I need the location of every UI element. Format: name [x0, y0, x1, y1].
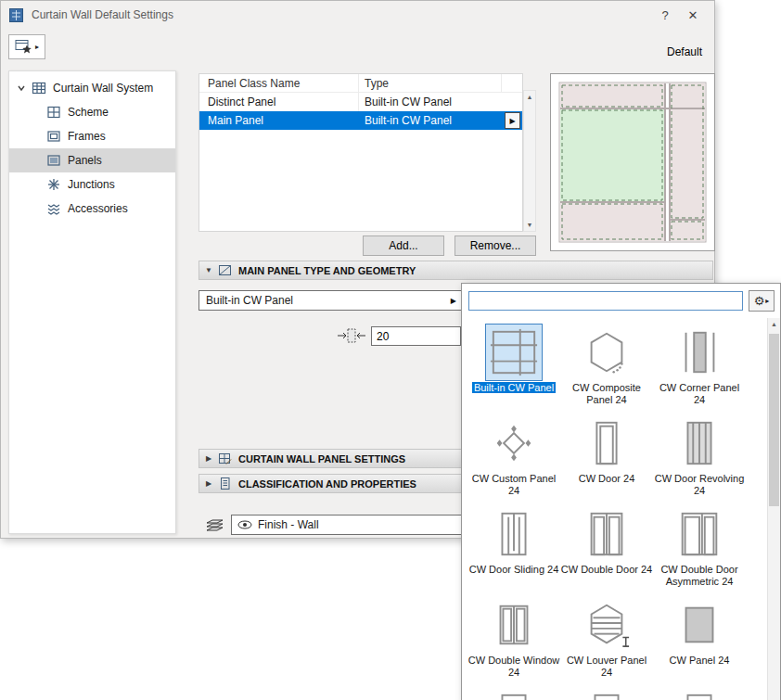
layer-value: Finish - Wall	[258, 518, 319, 531]
panel-type-item[interactable]: CW Double Window 24	[467, 593, 560, 684]
add-button[interactable]: Add...	[363, 235, 444, 256]
tree-item-label: Curtain Wall System	[53, 82, 153, 95]
panel-type-item-label: CW Corner Panel 24	[653, 382, 746, 406]
panel-type-item[interactable]: CW Panel 24	[653, 593, 746, 684]
panel-type-item-label: CW Double Door Asymmetric 24	[653, 564, 746, 588]
cell-panel-type: Built-in CW Panel	[359, 95, 522, 108]
panel-type-item-label: CW Composite Panel 24	[560, 382, 653, 406]
section-curtain-wall-panel-settings[interactable]: ▶ CURTAIN WALL PANEL SETTINGS	[198, 449, 462, 468]
layer-selector[interactable]: Finish - Wall	[231, 515, 463, 535]
help-button[interactable]: ?	[651, 8, 679, 22]
panel-type-item[interactable]: Built-in CW Panel	[467, 321, 560, 412]
panel-type-item-label: CW Panel 24	[653, 655, 746, 667]
panel-type-grid: Built-in CW PanelCW Composite Panel 24CW…	[467, 321, 746, 700]
tree-item-junctions[interactable]: Junctions	[9, 172, 175, 197]
dropdown-arrow-icon: ▸	[35, 43, 39, 51]
panel-type-item-label: CW Door Sliding 24	[467, 564, 560, 576]
section-main-panel-type-and-geometry[interactable]: ▼ MAIN PANEL TYPE AND GEOMETRY	[198, 261, 713, 280]
table-row-main-panel[interactable]: Main Panel Built-in CW Panel ▶	[199, 111, 522, 130]
junctions-icon	[46, 177, 61, 192]
screen: Curtain Wall Default Settings ? ✕ ▸ Defa…	[0, 0, 781, 700]
chevron-down-icon[interactable]	[17, 83, 26, 93]
layers-icon	[203, 516, 225, 533]
panel-type-item[interactable]: CW Double Door 24	[560, 503, 653, 593]
custom-panel-icon	[485, 414, 543, 472]
tree-item-panels[interactable]: Panels	[9, 148, 175, 172]
search-input[interactable]	[468, 291, 743, 311]
panel-type-item-label: CW Louver Panel 24	[560, 655, 653, 679]
tree-item-accessories[interactable]: Accessories	[9, 197, 175, 221]
corner-panel-icon	[671, 324, 728, 381]
panels-icon	[46, 153, 61, 168]
frames-icon	[46, 129, 61, 144]
door-icon	[578, 414, 635, 472]
tree-item-label: Frames	[68, 130, 106, 143]
favorites-star-icon	[15, 39, 33, 55]
section-title: CLASSIFICATION AND PROPERTIES	[238, 478, 416, 490]
scroll-up-icon[interactable]: ▲	[524, 91, 535, 103]
cell-panel-class-name: Main Panel	[199, 114, 359, 127]
favorites-button[interactable]: ▸	[8, 34, 45, 59]
panel-type-dropdown[interactable]: Built-in CW Panel ▶	[198, 290, 462, 311]
panel-type-flyout-button[interactable]: ▶	[505, 112, 520, 129]
scrollbar-thumb[interactable]	[769, 334, 779, 506]
tree-item-curtain-wall-system[interactable]: Curtain Wall System	[9, 76, 175, 100]
eye-icon	[237, 520, 252, 529]
panel-type-item[interactable]: CW Composite Panel 24	[560, 321, 653, 412]
panel-type-item-label: CW Double Door 24	[560, 564, 653, 576]
panel-type-item[interactable]	[467, 684, 560, 700]
panel-type-item[interactable]	[560, 684, 653, 700]
settings-button[interactable]: ⚙ ▸	[749, 290, 775, 312]
popup-scrollbar[interactable]: ▲	[767, 318, 780, 700]
double-door-icon	[578, 505, 635, 563]
panel-outline-icon	[578, 687, 635, 700]
scroll-down-icon[interactable]: ▼	[524, 219, 535, 231]
panel-type-item[interactable]: CW Corner Panel 24	[653, 321, 746, 412]
gear-icon: ⚙	[754, 295, 765, 307]
close-button[interactable]: ✕	[679, 8, 707, 22]
preview-pane[interactable]	[550, 73, 715, 251]
column-header-panel-class-name: Panel Class Name	[199, 74, 359, 92]
section-title: MAIN PANEL TYPE AND GEOMETRY	[238, 265, 416, 276]
tree-item-label: Panels	[68, 154, 102, 167]
scroll-up-icon[interactable]: ▲	[768, 318, 780, 330]
default-favorite-label: Default	[667, 45, 702, 58]
panel-type-item-label: CW Double Window 24	[467, 655, 560, 679]
panel-type-item[interactable]	[653, 684, 746, 700]
remove-button[interactable]: Remove...	[455, 235, 536, 256]
table-row-distinct-panel[interactable]: Distinct Panel Built-in CW Panel	[199, 93, 522, 111]
tree-item-frames[interactable]: Frames	[9, 124, 175, 148]
panel-type-item[interactable]: CW Door Sliding 24	[467, 503, 560, 593]
tree-item-label: Scheme	[68, 106, 109, 119]
panel-type-item[interactable]: CW Louver Panel 24	[560, 593, 653, 684]
scheme-icon	[46, 105, 61, 120]
panel-type-item-label: CW Door Revolving 24	[653, 473, 746, 497]
curtain-wall-system-icon	[32, 81, 46, 95]
panel-type-item-label: CW Door 24	[560, 473, 653, 485]
panel-type-dropdown-value: Built-in CW Panel	[206, 294, 293, 307]
dialog-titlebar[interactable]: Curtain Wall Default Settings ? ✕	[1, 1, 714, 29]
table-scrollbar[interactable]: ▲ ▼	[523, 90, 536, 232]
classification-document-icon	[218, 477, 232, 490]
panel-icon	[671, 596, 728, 654]
double-window-icon	[485, 596, 543, 654]
triangle-down-icon: ▼	[199, 266, 218, 274]
panel-type-item[interactable]: CW Double Door Asymmetric 24	[653, 503, 746, 593]
panel-type-item[interactable]: CW Door Revolving 24	[653, 412, 746, 503]
section-classification-and-properties[interactable]: ▶ CLASSIFICATION AND PROPERTIES	[198, 474, 462, 493]
panel-type-item[interactable]: CW Door 24	[560, 412, 653, 503]
panel-type-item[interactable]: CW Custom Panel 24	[467, 412, 560, 503]
panel-geometry-icon	[218, 263, 232, 277]
accessories-icon	[46, 201, 61, 216]
door-revolving-icon	[671, 414, 728, 472]
dropdown-arrow-icon: ▸	[765, 297, 769, 305]
panel-settings-icon	[218, 452, 232, 465]
triangle-right-icon: ▶	[199, 479, 218, 488]
panel-outline-icon	[671, 687, 728, 700]
table-header-row: Panel Class Name Type	[199, 74, 522, 93]
thickness-input[interactable]	[371, 326, 461, 346]
tree-item-scheme[interactable]: Scheme	[9, 100, 175, 124]
panel-type-popup: ⚙ ▸ Built-in CW PanelCW Composite Panel …	[461, 283, 781, 700]
cell-panel-type: Built-in CW Panel	[359, 114, 522, 127]
panel-thickness-icon	[337, 327, 366, 344]
